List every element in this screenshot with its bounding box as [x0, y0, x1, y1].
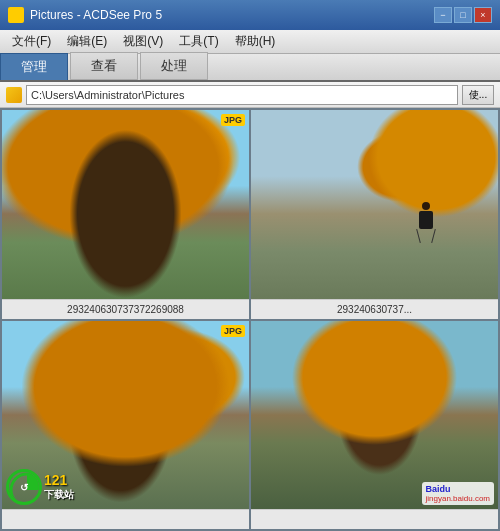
menu-bar: 文件(F) 编辑(E) 视图(V) 工具(T) 帮助(H) [0, 30, 500, 54]
photographer-head [422, 202, 430, 210]
thumb-label-1: 293240630737372269088 [2, 299, 249, 319]
photographer-figure [416, 202, 436, 242]
watermark-121-sub: 下载站 [44, 488, 74, 502]
window-title: Pictures - ACDSee Pro 5 [30, 8, 434, 22]
jpg-badge-3: JPG [221, 325, 245, 337]
app-icon [8, 7, 24, 23]
menu-edit[interactable]: 编辑(E) [59, 31, 115, 53]
thumb-image-2 [251, 110, 498, 299]
thumbnail-1[interactable]: JPG 293240630737372269088 [2, 110, 249, 319]
thumb-image-1: JPG [2, 110, 249, 299]
address-input[interactable] [26, 85, 458, 105]
thumb-image-3: JPG ↺ 121 下载站 [2, 321, 249, 510]
baidu-logo-text: Baidu [426, 484, 490, 494]
photographer-tripod [416, 229, 436, 243]
window-controls: − □ × [434, 7, 492, 23]
thumb-image-4: Baidu jingyan.baidu.com [251, 321, 498, 510]
tab-view[interactable]: 查看 [70, 52, 138, 80]
thumbnail-grid: JPG 293240630737372269088 293240630737..… [0, 108, 500, 531]
photographer-body [419, 211, 433, 229]
minimize-button[interactable]: − [434, 7, 452, 23]
mode-tabs: 管理 查看 处理 [0, 54, 500, 82]
menu-help[interactable]: 帮助(H) [227, 31, 284, 53]
thumbnail-4[interactable]: Baidu jingyan.baidu.com [251, 321, 498, 530]
thumb-label-3 [2, 509, 249, 529]
menu-tools[interactable]: 工具(T) [171, 31, 226, 53]
tab-process[interactable]: 处理 [140, 52, 208, 80]
address-button[interactable]: 使... [462, 85, 494, 105]
watermark-121: ↺ 121 下载站 [6, 469, 74, 505]
maximize-button[interactable]: □ [454, 7, 472, 23]
menu-view[interactable]: 视图(V) [115, 31, 171, 53]
title-bar: Pictures - ACDSee Pro 5 − □ × [0, 0, 500, 30]
thumb-label-2: 293240630737... [251, 299, 498, 319]
watermark-121-number: 121 [44, 472, 74, 488]
thumbnail-3[interactable]: JPG ↺ 121 下载站 [2, 321, 249, 530]
thumbnail-2[interactable]: 293240630737... [251, 110, 498, 319]
baidu-url-text: jingyan.baidu.com [426, 494, 490, 503]
folder-icon [6, 87, 22, 103]
close-button[interactable]: × [474, 7, 492, 23]
tab-manage[interactable]: 管理 [0, 53, 68, 80]
watermark-baidu: Baidu jingyan.baidu.com [422, 482, 494, 505]
menu-file[interactable]: 文件(F) [4, 31, 59, 53]
address-bar: 使... [0, 82, 500, 108]
jpg-badge-1: JPG [221, 114, 245, 126]
thumb-label-4 [251, 509, 498, 529]
